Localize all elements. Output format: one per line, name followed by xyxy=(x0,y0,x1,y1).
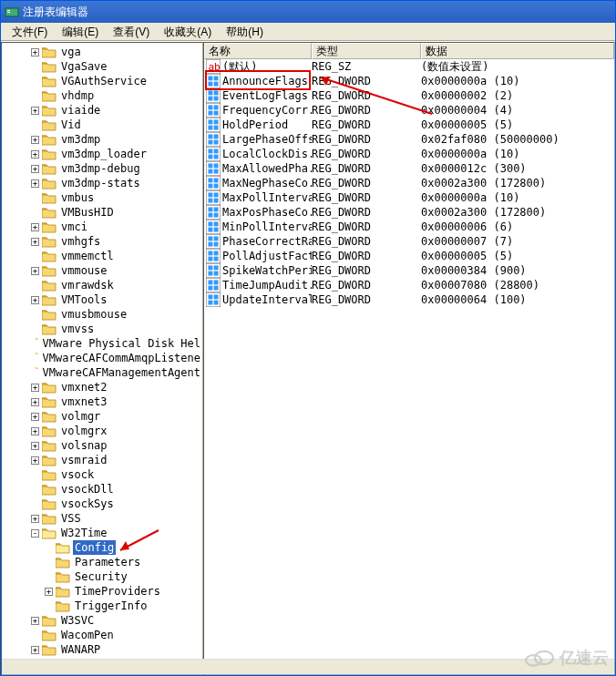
col-header-type[interactable]: 类型 xyxy=(312,43,421,59)
tree-label[interactable]: Parameters xyxy=(73,555,142,569)
tree-node[interactable]: vhdmp xyxy=(4,88,202,103)
expand-icon[interactable]: + xyxy=(31,107,39,115)
tree-label[interactable]: VSS xyxy=(59,511,83,526)
tree-node[interactable]: VMware Physical Disk Hel xyxy=(4,336,202,351)
tree-label[interactable]: vga xyxy=(59,45,83,59)
tree-label[interactable]: W32Time xyxy=(59,526,109,540)
expand-icon[interactable]: + xyxy=(31,515,39,523)
tree-label[interactable]: VMTools xyxy=(59,292,109,307)
tree-node[interactable]: VMwareCAFCommAmqpListene xyxy=(4,351,202,365)
tree-node[interactable]: +vm3dmp-stats xyxy=(4,176,202,190)
expand-icon[interactable]: + xyxy=(31,150,39,159)
tree-node[interactable]: +vmhgfs xyxy=(4,234,202,249)
tree-node[interactable]: +vmxnet2 xyxy=(4,380,202,394)
value-row[interactable]: MaxNegPhaseCo...REG_DWORD0x0002a300 (172… xyxy=(204,176,614,190)
expand-icon[interactable]: + xyxy=(31,136,39,144)
tree-label[interactable]: volmgrx xyxy=(59,424,109,438)
menu-edit[interactable]: 编辑(E) xyxy=(55,23,106,41)
tree-label[interactable]: viaide xyxy=(59,103,102,118)
list-pane[interactable]: 名称 类型 数据 ab(默认)REG_SZ(数值未设置)AnnounceFlag… xyxy=(203,42,615,675)
value-row[interactable]: FrequencyCorr...REG_DWORD0x00000004 (4) xyxy=(204,103,614,118)
tree-node[interactable]: +W3SVC xyxy=(4,613,202,628)
tree-label[interactable]: vm3dmp-stats xyxy=(59,176,142,190)
tree-node[interactable]: Config xyxy=(4,540,202,555)
tree-node[interactable]: vsock xyxy=(4,467,202,482)
expand-icon[interactable]: + xyxy=(31,617,39,625)
tree-label[interactable]: vmmemctl xyxy=(59,249,116,263)
tree-node[interactable]: VMBusHID xyxy=(4,205,202,220)
tree-label[interactable]: TimeProviders xyxy=(73,584,162,599)
value-row[interactable]: EventLogFlagsREG_DWORD0x00000002 (2) xyxy=(204,88,614,103)
tree-label[interactable]: Security xyxy=(73,569,129,584)
tree-node[interactable]: +volmgr xyxy=(4,409,202,424)
tree-node[interactable]: +vm3dmp xyxy=(4,132,202,147)
tree-node[interactable]: +vsmraid xyxy=(4,453,202,467)
tree-node[interactable]: vmrawdsk xyxy=(4,278,202,292)
tree-label[interactable]: vmbus xyxy=(59,190,96,205)
expand-icon[interactable]: + xyxy=(31,296,39,304)
tree-node[interactable]: vmbus xyxy=(4,190,202,205)
value-row[interactable]: HoldPeriodREG_DWORD0x00000005 (5) xyxy=(204,118,614,132)
value-row[interactable]: MinPollIntervalREG_DWORD0x00000006 (6) xyxy=(204,220,614,234)
value-row[interactable]: PollAdjustFactorREG_DWORD0x00000005 (5) xyxy=(204,249,614,263)
expand-icon[interactable]: + xyxy=(31,165,39,173)
menu-view[interactable]: 查看(V) xyxy=(106,23,157,41)
tree-node[interactable]: VgaSave xyxy=(4,59,202,74)
tree-node[interactable]: -W32Time xyxy=(4,526,202,540)
tree-node[interactable]: vsockDll xyxy=(4,482,202,497)
tree-label[interactable]: VMBusHID xyxy=(59,205,116,220)
value-row[interactable]: TimeJumpAudit...REG_DWORD0x00007080 (288… xyxy=(204,278,614,292)
expand-icon[interactable]: + xyxy=(31,223,39,231)
value-list[interactable]: ab(默认)REG_SZ(数值未设置)AnnounceFlagsREG_DWOR… xyxy=(204,59,614,659)
tree-label[interactable]: vm3dmp xyxy=(59,132,102,147)
tree-node[interactable]: +viaide xyxy=(4,103,202,118)
value-row[interactable]: UpdateIntervalREG_DWORD0x00000064 (100) xyxy=(204,292,614,307)
col-header-name[interactable]: 名称 xyxy=(204,43,312,59)
tree-node[interactable]: WacomPen xyxy=(4,628,202,642)
tree-label[interactable]: vmhgfs xyxy=(59,234,102,249)
value-row[interactable]: SpikeWatchPeriodREG_DWORD0x00000384 (900… xyxy=(204,263,614,278)
expand-icon[interactable]: + xyxy=(31,413,39,421)
menu-favorites[interactable]: 收藏夹(A) xyxy=(157,23,219,41)
tree-label[interactable]: VMware Physical Disk Hel xyxy=(41,336,202,351)
tree-label[interactable]: TriggerInfo xyxy=(73,599,149,613)
tree-label[interactable]: vmvss xyxy=(59,322,96,336)
expand-icon[interactable]: + xyxy=(31,179,39,188)
tree-label[interactable]: vmrawdsk xyxy=(59,278,116,292)
expand-icon[interactable]: + xyxy=(31,267,39,275)
menu-file[interactable]: 文件(F) xyxy=(5,23,55,41)
value-row[interactable]: ab(默认)REG_SZ(数值未设置) xyxy=(204,59,614,74)
tree-label[interactable]: vsockSys xyxy=(59,497,116,511)
tree-label[interactable]: vmxnet2 xyxy=(59,380,109,394)
tree-node[interactable]: vmmemctl xyxy=(4,249,202,263)
tree-node[interactable]: vsockSys xyxy=(4,497,202,511)
tree-node[interactable]: +VMTools xyxy=(4,292,202,307)
tree-label[interactable]: VGAuthService xyxy=(59,74,149,88)
menu-help[interactable]: 帮助(H) xyxy=(219,23,271,41)
tree-label[interactable]: VMwareCAFManagementAgent xyxy=(41,365,202,380)
value-row[interactable]: AnnounceFlagsREG_DWORD0x0000000a (10) xyxy=(204,74,614,88)
tree-node[interactable]: Security xyxy=(4,569,202,584)
tree-node[interactable]: VGAuthService xyxy=(4,74,202,88)
col-header-data[interactable]: 数据 xyxy=(421,43,614,59)
value-row[interactable]: MaxAllowedPha...REG_DWORD0x0000012c (300… xyxy=(204,161,614,176)
value-row[interactable]: LocalClockDis...REG_DWORD0x0000000a (10) xyxy=(204,147,614,161)
tree-node[interactable]: vmusbmouse xyxy=(4,307,202,322)
expand-icon[interactable]: + xyxy=(31,48,39,56)
tree-label[interactable]: vsmraid xyxy=(59,453,109,467)
tree-node[interactable]: +VSS xyxy=(4,511,202,526)
value-row[interactable]: MaxPosPhaseCo...REG_DWORD0x0002a300 (172… xyxy=(204,205,614,220)
tree-label[interactable]: vmusbmouse xyxy=(59,307,128,322)
tree-label[interactable]: WANARP xyxy=(59,642,102,657)
expand-icon[interactable]: + xyxy=(45,588,53,596)
tree-label[interactable]: vhdmp xyxy=(59,88,96,103)
titlebar[interactable]: 注册表编辑器 xyxy=(1,1,615,23)
tree-label[interactable]: vmci xyxy=(59,220,89,234)
tree-label[interactable]: vm3dmp-debug xyxy=(59,161,142,176)
expand-icon[interactable]: + xyxy=(31,384,39,392)
expand-icon[interactable]: + xyxy=(31,427,39,435)
tree-label[interactable]: vmmouse xyxy=(59,263,109,278)
tree-node[interactable]: +vmxnet3 xyxy=(4,394,202,409)
tree-node[interactable]: +WANARP xyxy=(4,642,202,657)
expand-icon[interactable]: + xyxy=(31,398,39,406)
